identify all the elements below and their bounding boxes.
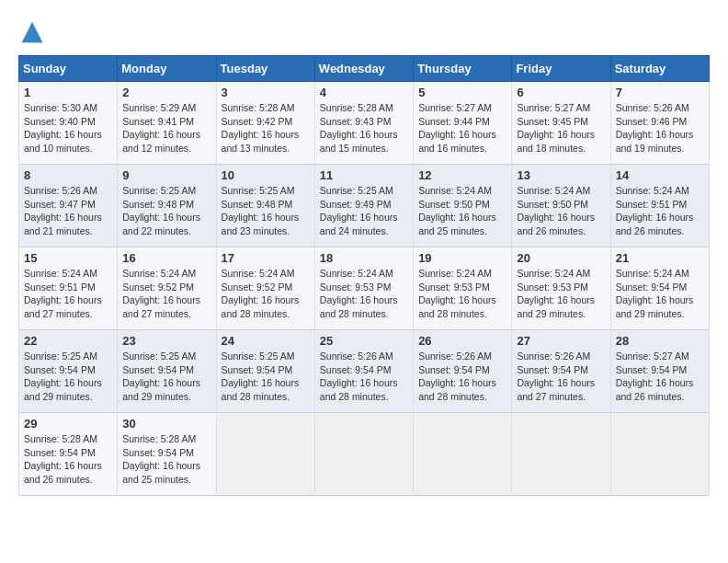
calendar-cell: 17Sunrise: 5:24 AMSunset: 9:52 PMDayligh… bbox=[216, 247, 314, 330]
day-number: 25 bbox=[320, 334, 408, 348]
day-info: Sunrise: 5:26 AMSunset: 9:47 PMDaylight:… bbox=[24, 185, 102, 236]
day-info: Sunrise: 5:28 AMSunset: 9:54 PMDaylight:… bbox=[122, 433, 200, 485]
day-number: 16 bbox=[122, 251, 210, 265]
day-info: Sunrise: 5:28 AMSunset: 9:43 PMDaylight:… bbox=[320, 102, 398, 154]
calendar-cell bbox=[610, 413, 709, 496]
calendar-week-row: 22Sunrise: 5:25 AMSunset: 9:54 PMDayligh… bbox=[19, 330, 710, 413]
calendar-cell bbox=[216, 413, 314, 496]
day-number: 6 bbox=[517, 86, 605, 99]
calendar-cell: 25Sunrise: 5:26 AMSunset: 9:54 PMDayligh… bbox=[314, 330, 413, 413]
calendar-cell: 30Sunrise: 5:28 AMSunset: 9:54 PMDayligh… bbox=[118, 413, 216, 496]
calendar-cell: 16Sunrise: 5:24 AMSunset: 9:52 PMDayligh… bbox=[118, 247, 216, 330]
day-info: Sunrise: 5:24 AMSunset: 9:53 PMDaylight:… bbox=[320, 268, 398, 319]
day-info: Sunrise: 5:26 AMSunset: 9:54 PMDaylight:… bbox=[517, 350, 595, 402]
logo bbox=[18, 18, 51, 46]
calendar-cell: 9Sunrise: 5:25 AMSunset: 9:48 PMDaylight… bbox=[118, 165, 216, 247]
calendar-cell bbox=[512, 413, 610, 496]
day-info: Sunrise: 5:24 AMSunset: 9:52 PMDaylight:… bbox=[122, 268, 200, 319]
calendar-cell: 13Sunrise: 5:24 AMSunset: 9:50 PMDayligh… bbox=[512, 165, 610, 247]
day-info: Sunrise: 5:28 AMSunset: 9:42 PMDaylight:… bbox=[222, 102, 300, 154]
logo-icon bbox=[18, 18, 46, 46]
col-header-friday: Friday bbox=[512, 56, 610, 82]
col-header-monday: Monday bbox=[118, 56, 216, 82]
calendar-cell: 5Sunrise: 5:27 AMSunset: 9:44 PMDaylight… bbox=[414, 82, 512, 165]
calendar-week-row: 1Sunrise: 5:30 AMSunset: 9:40 PMDaylight… bbox=[19, 82, 710, 165]
day-number: 17 bbox=[222, 251, 310, 265]
day-number: 4 bbox=[320, 86, 408, 99]
day-info: Sunrise: 5:30 AMSunset: 9:40 PMDaylight:… bbox=[24, 102, 102, 154]
calendar-cell: 21Sunrise: 5:24 AMSunset: 9:54 PMDayligh… bbox=[610, 247, 709, 330]
day-number: 19 bbox=[418, 251, 506, 265]
day-info: Sunrise: 5:25 AMSunset: 9:48 PMDaylight:… bbox=[122, 185, 200, 236]
calendar-cell: 10Sunrise: 5:25 AMSunset: 9:48 PMDayligh… bbox=[216, 165, 314, 247]
calendar-cell: 28Sunrise: 5:27 AMSunset: 9:54 PMDayligh… bbox=[610, 330, 709, 413]
day-info: Sunrise: 5:28 AMSunset: 9:54 PMDaylight:… bbox=[24, 433, 102, 485]
calendar-cell: 7Sunrise: 5:26 AMSunset: 9:46 PMDaylight… bbox=[610, 82, 709, 165]
day-info: Sunrise: 5:25 AMSunset: 9:54 PMDaylight:… bbox=[222, 350, 300, 402]
day-info: Sunrise: 5:26 AMSunset: 9:54 PMDaylight:… bbox=[418, 350, 496, 402]
calendar-cell: 15Sunrise: 5:24 AMSunset: 9:51 PMDayligh… bbox=[19, 247, 118, 330]
calendar-cell: 18Sunrise: 5:24 AMSunset: 9:53 PMDayligh… bbox=[314, 247, 413, 330]
col-header-sunday: Sunday bbox=[19, 56, 118, 82]
day-info: Sunrise: 5:24 AMSunset: 9:50 PMDaylight:… bbox=[418, 185, 496, 236]
day-info: Sunrise: 5:26 AMSunset: 9:46 PMDaylight:… bbox=[616, 102, 694, 154]
day-info: Sunrise: 5:24 AMSunset: 9:53 PMDaylight:… bbox=[517, 268, 595, 319]
day-number: 21 bbox=[616, 251, 704, 265]
day-info: Sunrise: 5:24 AMSunset: 9:51 PMDaylight:… bbox=[24, 268, 102, 319]
day-number: 3 bbox=[222, 86, 310, 99]
calendar-cell: 20Sunrise: 5:24 AMSunset: 9:53 PMDayligh… bbox=[512, 247, 610, 330]
day-number: 12 bbox=[418, 168, 506, 182]
calendar-cell: 29Sunrise: 5:28 AMSunset: 9:54 PMDayligh… bbox=[19, 413, 118, 496]
day-number: 9 bbox=[122, 168, 210, 182]
day-info: Sunrise: 5:25 AMSunset: 9:54 PMDaylight:… bbox=[122, 350, 200, 402]
col-header-wednesday: Wednesday bbox=[314, 56, 413, 82]
day-number: 5 bbox=[418, 86, 506, 99]
day-info: Sunrise: 5:27 AMSunset: 9:45 PMDaylight:… bbox=[517, 102, 595, 154]
day-number: 8 bbox=[24, 168, 112, 182]
calendar-table: SundayMondayTuesdayWednesdayThursdayFrid… bbox=[18, 55, 710, 496]
day-info: Sunrise: 5:27 AMSunset: 9:44 PMDaylight:… bbox=[418, 102, 496, 154]
col-header-tuesday: Tuesday bbox=[216, 56, 314, 82]
day-number: 29 bbox=[24, 417, 112, 431]
page-header bbox=[18, 18, 710, 46]
day-info: Sunrise: 5:25 AMSunset: 9:49 PMDaylight:… bbox=[320, 185, 398, 236]
col-header-thursday: Thursday bbox=[414, 56, 512, 82]
day-info: Sunrise: 5:27 AMSunset: 9:54 PMDaylight:… bbox=[616, 350, 694, 402]
calendar-cell bbox=[414, 413, 512, 496]
day-number: 27 bbox=[517, 334, 605, 348]
calendar-week-row: 29Sunrise: 5:28 AMSunset: 9:54 PMDayligh… bbox=[19, 413, 710, 496]
calendar-cell: 3Sunrise: 5:28 AMSunset: 9:42 PMDaylight… bbox=[216, 82, 314, 165]
day-number: 11 bbox=[320, 168, 408, 182]
calendar-cell: 24Sunrise: 5:25 AMSunset: 9:54 PMDayligh… bbox=[216, 330, 314, 413]
day-number: 13 bbox=[517, 168, 605, 182]
day-info: Sunrise: 5:25 AMSunset: 9:54 PMDaylight:… bbox=[24, 350, 102, 402]
calendar-cell: 23Sunrise: 5:25 AMSunset: 9:54 PMDayligh… bbox=[118, 330, 216, 413]
day-number: 24 bbox=[222, 334, 310, 348]
calendar-body: 1Sunrise: 5:30 AMSunset: 9:40 PMDaylight… bbox=[19, 82, 710, 496]
calendar-cell: 11Sunrise: 5:25 AMSunset: 9:49 PMDayligh… bbox=[314, 165, 413, 247]
calendar-header-row: SundayMondayTuesdayWednesdayThursdayFrid… bbox=[19, 56, 710, 82]
day-number: 22 bbox=[24, 334, 112, 348]
calendar-cell: 6Sunrise: 5:27 AMSunset: 9:45 PMDaylight… bbox=[512, 82, 610, 165]
day-number: 30 bbox=[122, 417, 210, 431]
day-number: 20 bbox=[517, 251, 605, 265]
day-number: 15 bbox=[24, 251, 112, 265]
day-number: 23 bbox=[122, 334, 210, 348]
calendar-cell: 19Sunrise: 5:24 AMSunset: 9:53 PMDayligh… bbox=[414, 247, 512, 330]
day-info: Sunrise: 5:24 AMSunset: 9:51 PMDaylight:… bbox=[616, 185, 694, 236]
calendar-cell: 2Sunrise: 5:29 AMSunset: 9:41 PMDaylight… bbox=[118, 82, 216, 165]
day-info: Sunrise: 5:29 AMSunset: 9:41 PMDaylight:… bbox=[122, 102, 200, 154]
day-number: 28 bbox=[616, 334, 704, 348]
calendar-week-row: 8Sunrise: 5:26 AMSunset: 9:47 PMDaylight… bbox=[19, 165, 710, 247]
calendar-cell: 14Sunrise: 5:24 AMSunset: 9:51 PMDayligh… bbox=[610, 165, 709, 247]
day-number: 1 bbox=[24, 86, 112, 99]
calendar-cell: 22Sunrise: 5:25 AMSunset: 9:54 PMDayligh… bbox=[19, 330, 118, 413]
calendar-cell: 27Sunrise: 5:26 AMSunset: 9:54 PMDayligh… bbox=[512, 330, 610, 413]
day-number: 18 bbox=[320, 251, 408, 265]
calendar-cell: 8Sunrise: 5:26 AMSunset: 9:47 PMDaylight… bbox=[19, 165, 118, 247]
day-info: Sunrise: 5:26 AMSunset: 9:54 PMDaylight:… bbox=[320, 350, 398, 402]
day-info: Sunrise: 5:24 AMSunset: 9:54 PMDaylight:… bbox=[616, 268, 694, 319]
day-number: 26 bbox=[418, 334, 506, 348]
calendar-cell: 4Sunrise: 5:28 AMSunset: 9:43 PMDaylight… bbox=[314, 82, 413, 165]
day-number: 10 bbox=[222, 168, 310, 182]
